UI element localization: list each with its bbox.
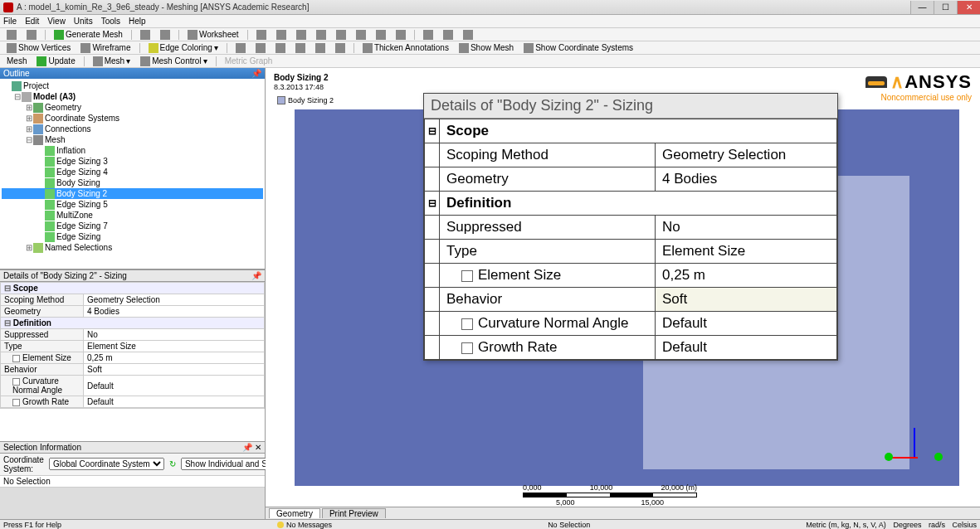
detail-behavior[interactable]: Soft — [84, 364, 265, 376]
ov-curvature[interactable]: Default — [656, 312, 837, 336]
tool-edge[interactable] — [252, 43, 269, 53]
checkbox-icon[interactable] — [461, 270, 473, 282]
menu-help[interactable]: Help — [129, 17, 146, 26]
tree-project[interactable]: Project — [23, 80, 49, 91]
tree-connections[interactable]: Connections — [45, 124, 91, 134]
tool-edge[interactable] — [312, 43, 329, 53]
tool-generic[interactable] — [313, 30, 329, 40]
mesh-label: Mesh — [3, 56, 30, 66]
menu-view[interactable]: View — [47, 17, 66, 26]
detail-scoping-method[interactable]: Geometry Selection — [84, 294, 265, 306]
tool-generic[interactable] — [420, 30, 436, 40]
outline-tree[interactable]: Project ⊟Model (A3) ⊞Geometry ⊞Coordinat… — [0, 79, 265, 269]
panel-close-icon[interactable]: ✕ — [255, 443, 261, 452]
ov-suppressed[interactable]: No — [656, 216, 837, 240]
menu-edit[interactable]: Edit — [25, 17, 39, 26]
panel-pin-icon[interactable]: 📌 — [251, 69, 261, 78]
status-rads: rad/s — [929, 521, 945, 529]
tree-edge-3[interactable]: Edge Sizing 3 — [56, 156, 108, 167]
panel-pin-icon[interactable]: 📌 — [251, 271, 261, 280]
tool-edge[interactable] — [332, 43, 349, 53]
tree-model[interactable]: Model (A3) — [33, 91, 76, 102]
maximize-button[interactable]: ☐ — [934, 1, 957, 14]
tree-edge-sizing[interactable]: Edge Sizing — [56, 231, 100, 242]
tree-edge-7[interactable]: Edge Sizing 7 — [56, 221, 108, 231]
detail-type[interactable]: Element Size — [84, 341, 265, 352]
collapse-icon[interactable]: ⊟ — [425, 192, 440, 216]
tool-generic[interactable] — [23, 30, 40, 40]
tool-generic[interactable] — [3, 30, 20, 40]
detail-curvature[interactable]: Default — [84, 376, 265, 396]
menu-units[interactable]: Units — [74, 17, 93, 26]
menu-file[interactable]: File — [3, 17, 17, 26]
details-header: Details of "Body Sizing 2" - Sizing📌 — [0, 269, 265, 282]
ov-element-size[interactable]: 0,25 m — [656, 264, 837, 288]
detail-geometry[interactable]: 4 Bodies — [84, 306, 265, 318]
edge-coloring-button[interactable]: Edge Coloring ▾ — [145, 43, 222, 53]
status-dot-icon — [277, 522, 284, 528]
ov-growth[interactable]: Default — [656, 336, 837, 360]
tool-generic[interactable] — [137, 30, 154, 40]
status-selection: No Selection — [548, 521, 590, 529]
detail-suppressed[interactable]: No — [84, 329, 265, 341]
status-help: Press F1 for Help — [3, 521, 61, 529]
tree-named[interactable]: Named Selections — [45, 242, 112, 253]
toolbar-1: Generate Mesh Worksheet — [0, 28, 980, 41]
detail-growth[interactable]: Default — [84, 396, 265, 408]
ov-scoping-method[interactable]: Geometry Selection — [656, 143, 837, 167]
viewport[interactable]: Body Sizing 2 8.3.2013 17:48 Body Sizing… — [266, 68, 980, 519]
tool-generic[interactable] — [293, 30, 310, 40]
metric-graph-button[interactable]: Metric Graph — [222, 56, 276, 66]
tool-generic[interactable] — [353, 30, 369, 40]
collapse-icon[interactable]: ⊟ — [425, 119, 440, 143]
status-messages: No Messages — [286, 521, 332, 529]
tree-edge-4[interactable]: Edge Sizing 4 — [56, 167, 108, 177]
tool-generic[interactable] — [253, 30, 270, 40]
tree-coord[interactable]: Coordinate Systems — [45, 113, 119, 124]
update-button[interactable]: Update — [33, 56, 78, 66]
tree-geometry[interactable]: Geometry — [45, 102, 81, 113]
tool-generic[interactable] — [440, 30, 456, 40]
tool-edge[interactable] — [272, 43, 289, 53]
show-coord-button[interactable]: Show Coordinate Systems — [520, 43, 636, 53]
tool-generic[interactable] — [333, 30, 349, 40]
mesh-control-dropdown[interactable]: Mesh Control ▾ — [137, 56, 210, 66]
tool-generic[interactable] — [373, 30, 389, 40]
tree-inflation[interactable]: Inflation — [56, 145, 85, 156]
close-button[interactable]: ✕ — [957, 1, 980, 14]
tab-print-preview[interactable]: Print Preview — [322, 508, 386, 518]
wireframe-button[interactable]: Wireframe — [77, 43, 134, 53]
tool-generic[interactable] — [157, 30, 173, 40]
panel-pin-icon[interactable]: 📌 — [242, 443, 252, 452]
tab-geometry[interactable]: Geometry — [269, 508, 320, 518]
worksheet-button[interactable]: Worksheet — [184, 30, 242, 40]
show-mesh-button[interactable]: Show Mesh — [456, 43, 517, 53]
tool-generic[interactable] — [460, 30, 476, 40]
menu-tools[interactable]: Tools — [101, 17, 120, 26]
detail-element-size[interactable]: 0,25 m — [84, 352, 265, 364]
ov-behavior[interactable]: Soft — [656, 288, 837, 312]
thicken-annotations-button[interactable]: Thicken Annotations — [359, 43, 452, 53]
mesh-dropdown[interactable]: Mesh ▾ — [90, 56, 134, 66]
status-metric: Metric (m, kg, N, s, V, A) — [806, 521, 886, 529]
triad-icon[interactable] — [889, 428, 939, 478]
checkbox-icon[interactable] — [461, 318, 473, 330]
tree-body-sizing[interactable]: Body Sizing — [56, 177, 100, 188]
show-vertices-button[interactable]: Show Vertices — [3, 43, 74, 53]
tree-multizone[interactable]: MultiZone — [56, 210, 93, 221]
tool-generic[interactable] — [273, 30, 290, 40]
coord-system-select[interactable]: Global Coordinate System — [49, 458, 164, 470]
tool-edge[interactable] — [232, 43, 249, 53]
ov-geometry[interactable]: 4 Bodies — [656, 167, 837, 192]
details-panel: ⊟ Scope Scoping MethodGeometry Selection… — [0, 282, 265, 408]
tool-generic[interactable] — [392, 30, 409, 40]
tool-edge[interactable] — [292, 43, 309, 53]
checkbox-icon[interactable] — [461, 342, 473, 354]
minimize-button[interactable]: — — [910, 1, 934, 14]
ov-type[interactable]: Element Size — [656, 240, 837, 264]
tree-body-sizing-2[interactable]: Body Sizing 2 — [56, 188, 107, 199]
refresh-icon[interactable]: ↻ — [169, 459, 176, 468]
generate-mesh-button[interactable]: Generate Mesh — [51, 30, 126, 40]
tree-mesh[interactable]: Mesh — [45, 134, 65, 145]
tree-edge-5[interactable]: Edge Sizing 5 — [56, 199, 108, 210]
